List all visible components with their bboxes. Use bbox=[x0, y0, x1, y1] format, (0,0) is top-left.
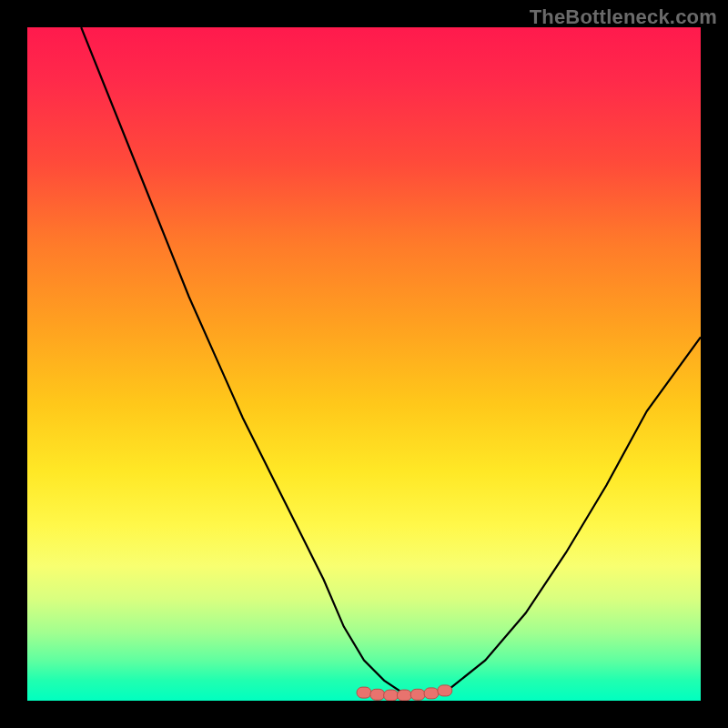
chart-frame: TheBottleneck.com bbox=[0, 0, 728, 728]
watermark-text: TheBottleneck.com bbox=[530, 5, 717, 29]
plot-background-gradient bbox=[27, 27, 701, 701]
